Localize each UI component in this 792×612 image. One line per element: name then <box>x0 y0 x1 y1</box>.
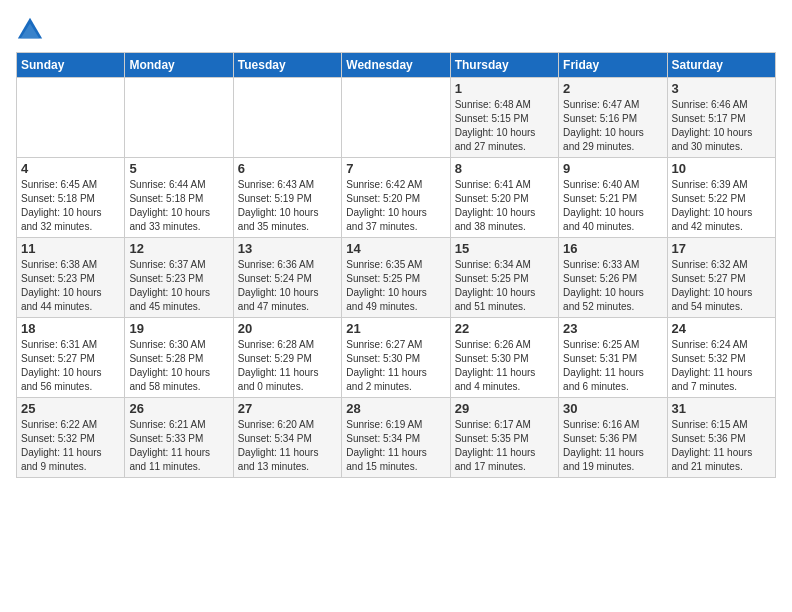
day-info: Sunrise: 6:27 AMSunset: 5:30 PMDaylight:… <box>346 338 445 394</box>
calendar-header-sunday: Sunday <box>17 53 125 78</box>
day-number: 28 <box>346 401 445 416</box>
calendar-cell: 3Sunrise: 6:46 AMSunset: 5:17 PMDaylight… <box>667 78 775 158</box>
day-info: Sunrise: 6:47 AMSunset: 5:16 PMDaylight:… <box>563 98 662 154</box>
day-number: 20 <box>238 321 337 336</box>
calendar-cell: 28Sunrise: 6:19 AMSunset: 5:34 PMDayligh… <box>342 398 450 478</box>
day-number: 4 <box>21 161 120 176</box>
calendar-cell: 2Sunrise: 6:47 AMSunset: 5:16 PMDaylight… <box>559 78 667 158</box>
calendar-header-wednesday: Wednesday <box>342 53 450 78</box>
day-number: 30 <box>563 401 662 416</box>
day-number: 5 <box>129 161 228 176</box>
day-info: Sunrise: 6:17 AMSunset: 5:35 PMDaylight:… <box>455 418 554 474</box>
calendar-cell: 27Sunrise: 6:20 AMSunset: 5:34 PMDayligh… <box>233 398 341 478</box>
day-info: Sunrise: 6:28 AMSunset: 5:29 PMDaylight:… <box>238 338 337 394</box>
day-number: 27 <box>238 401 337 416</box>
calendar-cell: 24Sunrise: 6:24 AMSunset: 5:32 PMDayligh… <box>667 318 775 398</box>
day-info: Sunrise: 6:31 AMSunset: 5:27 PMDaylight:… <box>21 338 120 394</box>
day-info: Sunrise: 6:22 AMSunset: 5:32 PMDaylight:… <box>21 418 120 474</box>
day-info: Sunrise: 6:45 AMSunset: 5:18 PMDaylight:… <box>21 178 120 234</box>
day-number: 9 <box>563 161 662 176</box>
day-info: Sunrise: 6:16 AMSunset: 5:36 PMDaylight:… <box>563 418 662 474</box>
day-info: Sunrise: 6:25 AMSunset: 5:31 PMDaylight:… <box>563 338 662 394</box>
calendar-cell: 4Sunrise: 6:45 AMSunset: 5:18 PMDaylight… <box>17 158 125 238</box>
day-number: 29 <box>455 401 554 416</box>
calendar-cell: 5Sunrise: 6:44 AMSunset: 5:18 PMDaylight… <box>125 158 233 238</box>
calendar-cell: 13Sunrise: 6:36 AMSunset: 5:24 PMDayligh… <box>233 238 341 318</box>
calendar-header-saturday: Saturday <box>667 53 775 78</box>
day-info: Sunrise: 6:39 AMSunset: 5:22 PMDaylight:… <box>672 178 771 234</box>
logo-icon <box>16 16 44 44</box>
day-info: Sunrise: 6:41 AMSunset: 5:20 PMDaylight:… <box>455 178 554 234</box>
calendar-cell: 22Sunrise: 6:26 AMSunset: 5:30 PMDayligh… <box>450 318 558 398</box>
day-number: 7 <box>346 161 445 176</box>
day-number: 21 <box>346 321 445 336</box>
calendar-cell: 6Sunrise: 6:43 AMSunset: 5:19 PMDaylight… <box>233 158 341 238</box>
day-info: Sunrise: 6:43 AMSunset: 5:19 PMDaylight:… <box>238 178 337 234</box>
day-number: 25 <box>21 401 120 416</box>
day-number: 17 <box>672 241 771 256</box>
calendar-cell: 16Sunrise: 6:33 AMSunset: 5:26 PMDayligh… <box>559 238 667 318</box>
day-info: Sunrise: 6:33 AMSunset: 5:26 PMDaylight:… <box>563 258 662 314</box>
day-number: 24 <box>672 321 771 336</box>
calendar-cell: 1Sunrise: 6:48 AMSunset: 5:15 PMDaylight… <box>450 78 558 158</box>
day-info: Sunrise: 6:37 AMSunset: 5:23 PMDaylight:… <box>129 258 228 314</box>
calendar-cell: 26Sunrise: 6:21 AMSunset: 5:33 PMDayligh… <box>125 398 233 478</box>
calendar-cell <box>342 78 450 158</box>
page-header <box>16 16 776 44</box>
calendar-cell: 9Sunrise: 6:40 AMSunset: 5:21 PMDaylight… <box>559 158 667 238</box>
day-info: Sunrise: 6:35 AMSunset: 5:25 PMDaylight:… <box>346 258 445 314</box>
day-info: Sunrise: 6:38 AMSunset: 5:23 PMDaylight:… <box>21 258 120 314</box>
calendar-cell: 20Sunrise: 6:28 AMSunset: 5:29 PMDayligh… <box>233 318 341 398</box>
calendar-cell: 12Sunrise: 6:37 AMSunset: 5:23 PMDayligh… <box>125 238 233 318</box>
day-info: Sunrise: 6:36 AMSunset: 5:24 PMDaylight:… <box>238 258 337 314</box>
day-number: 11 <box>21 241 120 256</box>
calendar-header-monday: Monday <box>125 53 233 78</box>
calendar-cell: 8Sunrise: 6:41 AMSunset: 5:20 PMDaylight… <box>450 158 558 238</box>
day-number: 15 <box>455 241 554 256</box>
calendar-cell: 10Sunrise: 6:39 AMSunset: 5:22 PMDayligh… <box>667 158 775 238</box>
day-info: Sunrise: 6:46 AMSunset: 5:17 PMDaylight:… <box>672 98 771 154</box>
calendar-cell: 29Sunrise: 6:17 AMSunset: 5:35 PMDayligh… <box>450 398 558 478</box>
day-info: Sunrise: 6:19 AMSunset: 5:34 PMDaylight:… <box>346 418 445 474</box>
day-info: Sunrise: 6:48 AMSunset: 5:15 PMDaylight:… <box>455 98 554 154</box>
day-info: Sunrise: 6:34 AMSunset: 5:25 PMDaylight:… <box>455 258 554 314</box>
calendar-header-row: SundayMondayTuesdayWednesdayThursdayFrid… <box>17 53 776 78</box>
calendar-cell <box>233 78 341 158</box>
day-info: Sunrise: 6:30 AMSunset: 5:28 PMDaylight:… <box>129 338 228 394</box>
day-number: 19 <box>129 321 228 336</box>
calendar-cell: 7Sunrise: 6:42 AMSunset: 5:20 PMDaylight… <box>342 158 450 238</box>
day-number: 31 <box>672 401 771 416</box>
calendar-week-4: 18Sunrise: 6:31 AMSunset: 5:27 PMDayligh… <box>17 318 776 398</box>
day-number: 16 <box>563 241 662 256</box>
calendar-header-thursday: Thursday <box>450 53 558 78</box>
day-number: 1 <box>455 81 554 96</box>
calendar-cell: 25Sunrise: 6:22 AMSunset: 5:32 PMDayligh… <box>17 398 125 478</box>
calendar-cell: 11Sunrise: 6:38 AMSunset: 5:23 PMDayligh… <box>17 238 125 318</box>
calendar-cell: 18Sunrise: 6:31 AMSunset: 5:27 PMDayligh… <box>17 318 125 398</box>
calendar-table: SundayMondayTuesdayWednesdayThursdayFrid… <box>16 52 776 478</box>
calendar-week-5: 25Sunrise: 6:22 AMSunset: 5:32 PMDayligh… <box>17 398 776 478</box>
calendar-cell: 21Sunrise: 6:27 AMSunset: 5:30 PMDayligh… <box>342 318 450 398</box>
calendar-cell <box>17 78 125 158</box>
logo <box>16 16 48 44</box>
day-number: 6 <box>238 161 337 176</box>
calendar-week-2: 4Sunrise: 6:45 AMSunset: 5:18 PMDaylight… <box>17 158 776 238</box>
day-info: Sunrise: 6:40 AMSunset: 5:21 PMDaylight:… <box>563 178 662 234</box>
day-number: 3 <box>672 81 771 96</box>
day-info: Sunrise: 6:15 AMSunset: 5:36 PMDaylight:… <box>672 418 771 474</box>
day-number: 26 <box>129 401 228 416</box>
day-info: Sunrise: 6:24 AMSunset: 5:32 PMDaylight:… <box>672 338 771 394</box>
day-info: Sunrise: 6:44 AMSunset: 5:18 PMDaylight:… <box>129 178 228 234</box>
day-number: 12 <box>129 241 228 256</box>
calendar-cell: 30Sunrise: 6:16 AMSunset: 5:36 PMDayligh… <box>559 398 667 478</box>
calendar-header-friday: Friday <box>559 53 667 78</box>
day-info: Sunrise: 6:32 AMSunset: 5:27 PMDaylight:… <box>672 258 771 314</box>
calendar-cell: 14Sunrise: 6:35 AMSunset: 5:25 PMDayligh… <box>342 238 450 318</box>
day-number: 23 <box>563 321 662 336</box>
calendar-week-3: 11Sunrise: 6:38 AMSunset: 5:23 PMDayligh… <box>17 238 776 318</box>
day-number: 8 <box>455 161 554 176</box>
calendar-cell: 15Sunrise: 6:34 AMSunset: 5:25 PMDayligh… <box>450 238 558 318</box>
calendar-week-1: 1Sunrise: 6:48 AMSunset: 5:15 PMDaylight… <box>17 78 776 158</box>
day-number: 22 <box>455 321 554 336</box>
calendar-cell: 31Sunrise: 6:15 AMSunset: 5:36 PMDayligh… <box>667 398 775 478</box>
